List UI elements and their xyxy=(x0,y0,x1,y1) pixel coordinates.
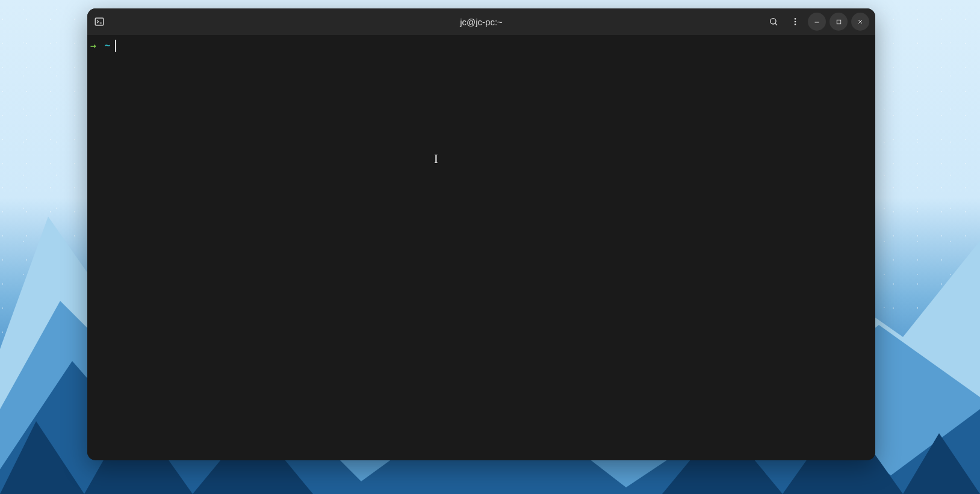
prompt-cwd: ~ xyxy=(105,40,111,52)
terminal-window: jc@jc-pc:~ xyxy=(87,8,875,460)
search-button[interactable] xyxy=(764,13,783,31)
menu-button[interactable] xyxy=(786,13,804,31)
prompt-line: → ~ xyxy=(90,40,872,52)
kebab-menu-icon xyxy=(790,17,800,26)
desktop-wallpaper: jc@jc-pc:~ xyxy=(0,0,980,494)
svg-rect-9 xyxy=(837,20,840,23)
prompt-arrow: → xyxy=(90,40,96,52)
window-title: jc@jc-pc:~ xyxy=(87,17,875,27)
minimize-icon xyxy=(813,18,820,25)
mouse-ibeam-cursor: I xyxy=(434,153,438,165)
terminal-icon xyxy=(93,16,105,28)
svg-point-6 xyxy=(795,18,796,20)
maximize-icon xyxy=(836,19,842,25)
svg-point-8 xyxy=(795,23,796,25)
minimize-button[interactable] xyxy=(808,13,826,31)
titlebar[interactable]: jc@jc-pc:~ xyxy=(87,8,875,35)
close-icon xyxy=(857,18,864,25)
svg-rect-4 xyxy=(95,18,104,25)
maximize-button[interactable] xyxy=(830,13,848,31)
text-cursor xyxy=(115,40,116,52)
search-icon xyxy=(769,17,778,26)
terminal-body[interactable]: → ~ I xyxy=(87,35,875,460)
svg-point-5 xyxy=(771,19,776,24)
close-button[interactable] xyxy=(851,13,869,31)
svg-point-7 xyxy=(795,21,796,23)
